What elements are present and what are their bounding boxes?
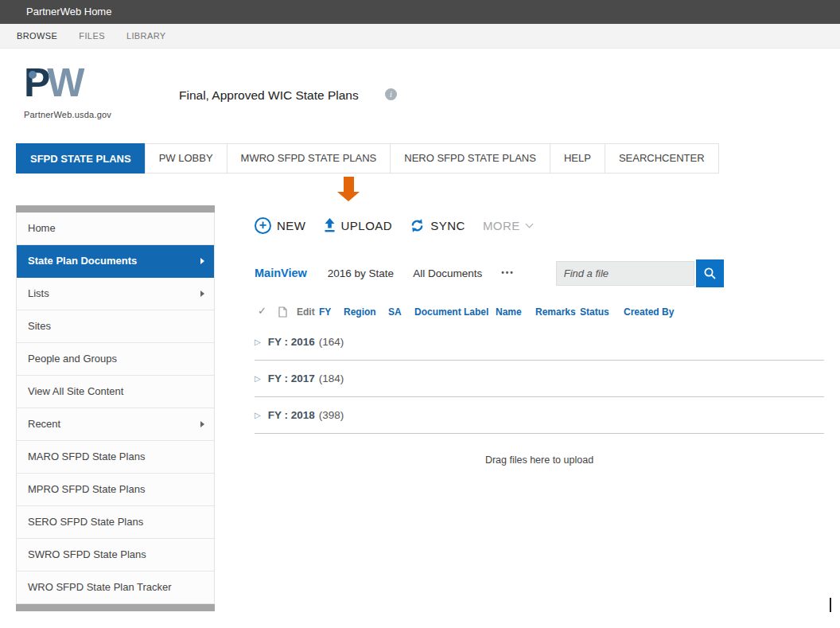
column-status[interactable]: Status (580, 306, 609, 318)
group-count: (398) (319, 409, 344, 421)
views-row: MainView 2016 by State All Documents ••• (255, 259, 824, 287)
main-content: NEW UPLOAD SYNC MORE MainView 2016 by (255, 213, 824, 466)
sidebar-item-swro-sfpd-state-plans[interactable]: SWRO SFPD State Plans (17, 539, 214, 571)
sidebar-item-label: WRO SFPD State Plan Tracker (28, 581, 172, 593)
sync-icon (410, 218, 425, 233)
tab-searchcenter[interactable]: SEARCHCENTER (605, 143, 719, 174)
search-icon (703, 267, 717, 280)
find-file-input[interactable] (556, 261, 694, 286)
group-row-fy-2016[interactable]: ▷ FY : 2016 (164) (255, 324, 824, 361)
suite-bar: PartnerWeb Home (0, 0, 840, 24)
sidebar-item-label: Sites (28, 320, 51, 332)
views-ellipsis-icon[interactable]: ••• (501, 268, 515, 277)
expand-triangle-icon[interactable]: ▷ (255, 374, 261, 383)
group-count: (164) (319, 336, 344, 348)
logo-caption: PartnerWeb.usda.gov (24, 110, 111, 119)
column-edit[interactable]: Edit (297, 306, 315, 318)
logo-circle-icon (29, 71, 37, 79)
sidebar-item-maro-sfpd-state-plans[interactable]: MARO SFPD State Plans (17, 441, 214, 474)
chevron-down-icon (525, 220, 533, 228)
column-remarks[interactable]: Remarks (535, 306, 576, 318)
sidebar-item-label: People and Groups (28, 353, 117, 365)
search-button[interactable] (696, 259, 724, 287)
sidebar-item-label: Home (28, 222, 56, 234)
upload-arrow-icon (324, 218, 336, 232)
sidebar: Home State Plan Documents Lists Sites Pe… (16, 205, 215, 611)
column-fy[interactable]: FY (319, 306, 331, 318)
sidebar-top-bar (16, 205, 215, 213)
sidebar-item-label: MARO SFPD State Plans (28, 451, 145, 462)
sidebar-item-label: Recent (28, 418, 60, 430)
document-type-icon (278, 306, 287, 321)
column-created-by[interactable]: Created By (624, 306, 674, 318)
sidebar-item-sites[interactable]: Sites (17, 310, 214, 343)
column-document-label[interactable]: Document Label (414, 306, 488, 318)
group-row-fy-2018[interactable]: ▷ FY : 2018 (398) (255, 397, 824, 434)
suite-bar-home-link[interactable]: PartnerWeb Home (26, 0, 111, 24)
group-label: FY : 2018 (268, 409, 315, 421)
new-button-label: NEW (277, 219, 306, 232)
page: PartnerWeb Home BROWSE FILES LIBRARY PW … (0, 0, 840, 628)
sidebar-item-recent[interactable]: Recent (17, 408, 214, 441)
logo-letter-w: W (47, 60, 81, 105)
group-row-fy-2017[interactable]: ▷ FY : 2017 (184) (255, 361, 824, 397)
sidebar-item-label: State Plan Documents (28, 255, 137, 267)
sidebar-item-lists[interactable]: Lists (17, 278, 214, 310)
column-region[interactable]: Region (344, 306, 376, 318)
tab-mwro-sfpd-state-plans[interactable]: MWRO SFPD STATE PLANS (227, 143, 391, 174)
more-button[interactable]: MORE (483, 219, 532, 232)
sync-button[interactable]: SYNC (410, 218, 465, 233)
site-header: PW PartnerWeb.usda.gov Final, Approved W… (0, 49, 840, 143)
group-label: FY : 2016 (268, 336, 315, 348)
info-icon[interactable]: i (385, 88, 397, 100)
upload-button[interactable]: UPLOAD (324, 218, 393, 232)
submenu-arrow-icon (200, 291, 204, 297)
sidebar-bottom-bar (16, 604, 215, 611)
group-count: (184) (319, 373, 344, 384)
logo-letters: PW (24, 63, 111, 103)
column-sa[interactable]: SA (388, 306, 402, 318)
annotation-arrow-stem (344, 177, 354, 192)
submenu-arrow-icon (200, 258, 204, 264)
view-all-documents[interactable]: All Documents (413, 267, 482, 279)
top-nav-tabstrip: SFPD STATE PLANS PW LOBBY MWRO SFPD STAT… (16, 143, 719, 174)
ribbon-tab-browse[interactable]: BROWSE (17, 31, 57, 41)
sidebar-item-label: SWRO SFPD State Plans (28, 548, 146, 560)
sidebar-item-wro-sfpd-state-plan-tracker[interactable]: WRO SFPD State Plan Tracker (17, 571, 214, 604)
new-button[interactable]: NEW (255, 217, 306, 234)
plus-circle-icon (255, 217, 271, 234)
command-bar: NEW UPLOAD SYNC MORE (255, 213, 824, 237)
sidebar-item-sero-sfpd-state-plans[interactable]: SERO SFPD State Plans (17, 506, 214, 539)
expand-triangle-icon[interactable]: ▷ (255, 411, 261, 419)
site-logo[interactable]: PW PartnerWeb.usda.gov (24, 63, 111, 119)
sidebar-item-label: Lists (28, 287, 49, 299)
upload-button-label: UPLOAD (341, 219, 393, 232)
more-button-label: MORE (483, 219, 520, 232)
sidebar-nav-list: Home State Plan Documents Lists Sites Pe… (16, 213, 215, 604)
sidebar-item-label: View All Site Content (28, 385, 123, 397)
ribbon-tab-library[interactable]: LIBRARY (126, 31, 166, 41)
tab-pw-lobby[interactable]: PW LOBBY (145, 143, 228, 174)
submenu-arrow-icon (200, 421, 204, 427)
drop-hint-text: Drag files here to upload (255, 454, 824, 466)
sidebar-item-view-all-site-content[interactable]: View All Site Content (17, 376, 214, 408)
sidebar-item-label: MPRO SFPD State Plans (28, 483, 145, 495)
expand-triangle-icon[interactable]: ▷ (255, 337, 261, 346)
annotation-arrow-head (337, 192, 360, 201)
sidebar-item-home[interactable]: Home (17, 213, 214, 245)
ribbon-tab-bar: BROWSE FILES LIBRARY (0, 24, 840, 49)
sync-button-label: SYNC (430, 219, 465, 232)
select-all-check-icon[interactable]: ✓ (258, 305, 266, 317)
column-name[interactable]: Name (496, 306, 522, 318)
tab-sfpd-state-plans[interactable]: SFPD STATE PLANS (16, 143, 146, 174)
sidebar-item-mpro-sfpd-state-plans[interactable]: MPRO SFPD State Plans (17, 474, 214, 506)
tab-nero-sfpd-state-plans[interactable]: NERO SFPD STATE PLANS (390, 143, 550, 174)
sidebar-item-people-and-groups[interactable]: People and Groups (17, 343, 214, 376)
sidebar-item-state-plan-documents[interactable]: State Plan Documents (17, 245, 214, 278)
logo-letter-p: P (24, 60, 47, 105)
tab-help[interactable]: HELP (550, 143, 605, 174)
view-mainview[interactable]: MainView (255, 267, 307, 279)
ribbon-tab-files[interactable]: FILES (79, 31, 105, 41)
view-2016-by-state[interactable]: 2016 by State (328, 267, 394, 279)
group-rows: ▷ FY : 2016 (164) ▷ FY : 2017 (184) ▷ FY… (255, 324, 824, 434)
